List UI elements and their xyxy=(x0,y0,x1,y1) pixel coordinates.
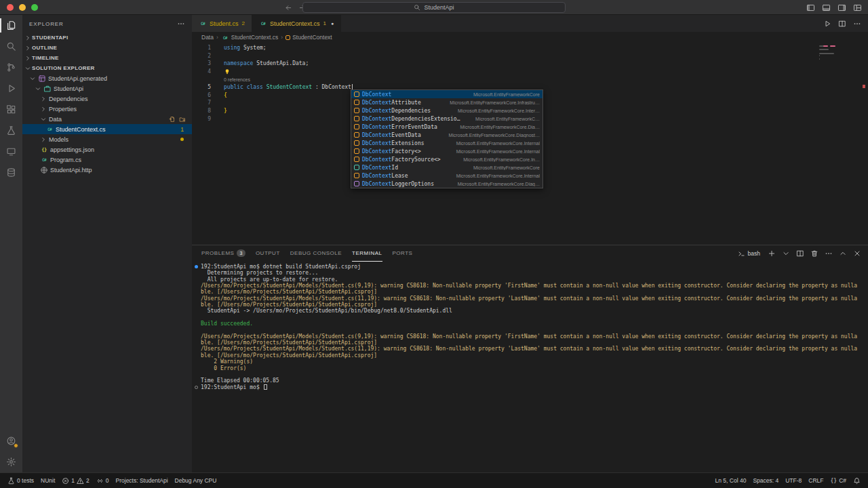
tree-item-properties[interactable]: Properties xyxy=(22,104,192,114)
chevron-right-icon xyxy=(40,96,47,102)
chevron-down-icon[interactable] xyxy=(782,249,790,258)
activity-database[interactable] xyxy=(0,162,22,183)
activity-remote-explorer[interactable] xyxy=(0,141,22,162)
status-encoding[interactable]: UTF-8 xyxy=(782,473,805,488)
tab-studentcontext-cs[interactable]: C#StudentContext.cs1● xyxy=(252,15,341,32)
status-ports[interactable]: 0 xyxy=(93,473,113,488)
tree-item-label: appsettings.json xyxy=(50,146,94,153)
suggestion-dbcontextlease[interactable]: DbContextLeaseMicrosoft.EntityFrameworkC… xyxy=(351,171,542,180)
tree-item-dependencies[interactable]: Dependencies xyxy=(22,94,192,104)
section-outline[interactable]: OUTLINE xyxy=(22,43,192,53)
arrow-left-icon[interactable] xyxy=(285,4,292,12)
codelens-references[interactable]: 0 references xyxy=(224,77,250,82)
tree-item-studentcontext-cs[interactable]: C#StudentContext.cs1 xyxy=(22,124,192,134)
status-indentation[interactable]: Spaces: 4 xyxy=(749,473,782,488)
command-decoration[interactable] xyxy=(195,265,198,268)
status-tests[interactable]: 0 tests xyxy=(4,473,37,488)
section-timeline[interactable]: TIMELINE xyxy=(22,53,192,63)
chevron-up-icon[interactable] xyxy=(839,249,847,258)
more-actions-icon[interactable] xyxy=(177,20,185,28)
panel-tab-output[interactable]: OUTPUT xyxy=(256,245,280,262)
tree-item-studentapi-http[interactable]: StudentApi.http xyxy=(22,165,192,175)
panel-tab-ports[interactable]: PORTS xyxy=(393,245,413,262)
tree-item-studentapi-generated[interactable]: StudentApi.generated xyxy=(22,73,192,83)
activity-source-control[interactable] xyxy=(0,57,22,78)
layout-custom-icon[interactable] xyxy=(853,3,862,12)
status-notifications[interactable] xyxy=(850,473,864,488)
code-line-1: 1using System; xyxy=(192,44,868,52)
code-editor[interactable]: 1using System;23namespace StudentApi.Dat… xyxy=(192,43,868,245)
close-icon[interactable] xyxy=(853,249,861,258)
suggestion-dbcontextfactory[interactable]: DbContextFactory<>Microsoft.EntityFramew… xyxy=(351,147,542,155)
activity-run-and-debug[interactable] xyxy=(0,78,22,99)
status-project[interactable]: Projects: StudentApi xyxy=(113,473,172,488)
status-text: 2 xyxy=(86,477,90,484)
tree-item-studentapi[interactable]: StudentApi xyxy=(22,83,192,94)
terminal-icon xyxy=(738,250,745,258)
activity-explorer[interactable] xyxy=(0,15,22,36)
suggestion-dbcontextextensions[interactable]: DbContextExtensionsMicrosoft.EntityFrame… xyxy=(351,139,542,147)
terminal-profile[interactable]: bash xyxy=(738,250,760,258)
layout-panel-icon[interactable] xyxy=(822,3,831,12)
minimize-window-button[interactable] xyxy=(19,4,26,11)
command-decoration[interactable] xyxy=(195,386,198,389)
panel-tab-problems[interactable]: PROBLEMS3 xyxy=(201,245,245,262)
suggestion-dbcontexteventdata[interactable]: DbContextEventDataMicrosoft.EntityFramew… xyxy=(351,131,542,139)
tree-item-label: Models xyxy=(49,136,68,143)
status-bar: 0 testsNUnit120Projects: StudentApiDebug… xyxy=(0,472,868,488)
status-problems[interactable]: 12 xyxy=(58,473,92,488)
ellipsis-icon[interactable] xyxy=(825,249,833,258)
suggestion-dbcontextid[interactable]: DbContextIdMicrosoft.EntityFrameworkCore xyxy=(351,163,542,171)
suggestion-dbcontextdependencies[interactable]: DbContextDependenciesMicrosoft.EntityFra… xyxy=(351,106,542,115)
new-folder-icon[interactable] xyxy=(179,116,186,123)
minimap[interactable] xyxy=(818,44,859,132)
status-build-config[interactable]: Debug Any CPU xyxy=(172,473,220,488)
new-file-icon[interactable] xyxy=(169,116,176,123)
status-nunit[interactable]: NUnit xyxy=(37,473,58,488)
tree-item-data[interactable]: Data xyxy=(22,114,192,124)
terminal[interactable]: 192:StudentApi mo$ dotnet build StudentA… xyxy=(192,262,868,472)
suggestion-dbcontext[interactable]: DbContextMicrosoft.EntityFrameworkCore xyxy=(351,90,542,98)
suggestion-detail: Microsoft.EntityFrameworkCore.Internal xyxy=(451,141,540,146)
tree-item-appsettings-json[interactable]: {}appsettings.json xyxy=(22,144,192,155)
suggestion-dbcontexterroreventdata[interactable]: DbContextErrorEventDataMicrosoft.EntityF… xyxy=(351,123,542,131)
breadcrumb-item-data[interactable]: Data xyxy=(201,34,214,41)
suggestion-dbcontextdependenciesextensio[interactable]: DbContextDependenciesExtensio…Microsoft.… xyxy=(351,115,542,123)
chevron-right-icon xyxy=(40,136,47,143)
play-icon[interactable] xyxy=(823,20,831,28)
beaker-icon xyxy=(6,125,16,136)
panel-tab-terminal[interactable]: TERMINAL xyxy=(352,245,382,262)
suggestion-dbcontextloggeroptions[interactable]: DbContextLoggerOptionsMicrosoft.EntityFr… xyxy=(351,180,542,188)
suggestion-dbcontextfactorysource[interactable]: DbContextFactorySource<>Microsoft.Entity… xyxy=(351,155,542,163)
trash-icon[interactable] xyxy=(810,249,818,258)
split-icon[interactable] xyxy=(796,249,804,258)
layout-secondary-icon[interactable] xyxy=(837,3,846,12)
split-icon[interactable] xyxy=(838,20,846,28)
command-center[interactable]: StudentApi xyxy=(302,2,566,13)
status-eol[interactable]: CRLF xyxy=(805,473,827,488)
tree-item-label: Program.cs xyxy=(50,157,81,163)
panel-tab-debug-console[interactable]: DEBUG CONSOLE xyxy=(290,245,342,262)
tree-item-program-cs[interactable]: C#Program.cs xyxy=(22,155,192,165)
activity-testing[interactable] xyxy=(0,120,22,141)
breadcrumb-item-studentcontext-cs[interactable]: C#StudentContext.cs xyxy=(221,34,278,41)
tab-student-cs[interactable]: C#Student.cs2 xyxy=(192,15,252,32)
breadcrumb-item-studentcontext[interactable]: StudentContext xyxy=(285,34,332,41)
activity-settings[interactable] xyxy=(0,451,22,472)
ellipsis-icon[interactable] xyxy=(853,20,861,28)
activity-search[interactable] xyxy=(0,36,22,57)
zoom-window-button[interactable] xyxy=(31,4,38,11)
section-solution-explorer[interactable]: SOLUTION EXPLORER xyxy=(22,63,192,73)
lightbulb-icon[interactable] xyxy=(224,68,231,75)
plus-icon[interactable] xyxy=(768,249,776,258)
close-window-button[interactable] xyxy=(7,4,14,11)
layout-sidebar-icon[interactable] xyxy=(806,3,815,12)
activity-accounts[interactable] xyxy=(0,430,22,451)
section-studentapi[interactable]: STUDENTAPI xyxy=(22,33,192,43)
activity-extensions[interactable] xyxy=(0,99,22,120)
status-cursor-position[interactable]: Ln 5, Col 40 xyxy=(712,473,750,488)
tree-item-models[interactable]: Models xyxy=(22,134,192,144)
status-language-mode[interactable]: {}C# xyxy=(827,473,850,488)
suggestion-dbcontextattribute[interactable]: DbContextAttributeMicrosoft.EntityFramew… xyxy=(351,98,542,106)
tree-item-label: Properties xyxy=(49,106,77,113)
